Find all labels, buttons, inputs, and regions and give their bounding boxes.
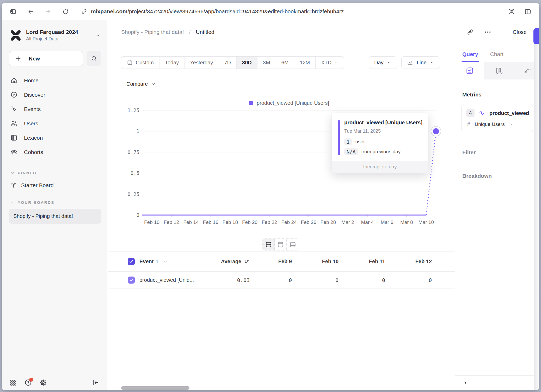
x-axis-tick-label: Feb 16 bbox=[203, 219, 218, 225]
url-path: /project/3472420/view/3974696/app/boards… bbox=[127, 8, 344, 14]
extensions-icon[interactable] bbox=[508, 8, 515, 15]
workspace-name: Lord Farquaad 2024 bbox=[26, 29, 91, 35]
workspace-subtitle: All Project Data bbox=[26, 36, 91, 42]
workspace-switcher[interactable]: Lord Farquaad 2024 All Project Data bbox=[10, 29, 100, 42]
range-30d-selected[interactable]: 30D bbox=[237, 57, 257, 69]
event-column-dropdown[interactable]: Event1 bbox=[139, 259, 159, 265]
average-sort-header[interactable]: Average bbox=[221, 259, 250, 265]
search-button[interactable] bbox=[87, 51, 101, 66]
tab-query[interactable]: Query bbox=[462, 51, 478, 62]
layout-top-icon[interactable] bbox=[275, 239, 287, 250]
x-axis-tick-label: Feb 14 bbox=[183, 219, 199, 225]
row-checkbox[interactable] bbox=[128, 277, 135, 284]
x-axis-tick-label: Mar 2 bbox=[341, 219, 354, 225]
row-average-value: 0.03 bbox=[237, 277, 250, 283]
help-button[interactable]: ? bbox=[24, 379, 32, 387]
range-yesterday[interactable]: Yesterday bbox=[185, 57, 219, 69]
metrics-section-label: Metrics bbox=[462, 91, 539, 98]
metric-letter-chip: A bbox=[466, 109, 475, 117]
range-3m[interactable]: 3M bbox=[257, 57, 276, 69]
events-icon bbox=[10, 105, 18, 113]
sidebar-item-label: Events bbox=[24, 106, 41, 112]
range-xtd[interactable]: XTD bbox=[316, 57, 344, 69]
browser-window: mixpanel.com/project/3472420/view/397469… bbox=[2, 3, 539, 390]
funnels-tab-icon[interactable] bbox=[484, 62, 513, 79]
table-header-row: Event1 Average Feb 9 Feb 10 Feb 11 Feb 1… bbox=[108, 252, 455, 271]
address-bar[interactable]: mixpanel.com/project/3472420/view/397469… bbox=[81, 8, 497, 15]
data-point-dot[interactable] bbox=[433, 128, 439, 134]
metric-card[interactable]: A product_viewed # Unique Users bbox=[461, 104, 533, 132]
chevron-down-icon bbox=[430, 60, 434, 65]
browser-toolbar: mixpanel.com/project/3472420/view/397469… bbox=[2, 3, 539, 20]
layout-bottom-icon[interactable] bbox=[287, 239, 299, 250]
url-host: mixpanel.com bbox=[91, 8, 127, 14]
chevron-down-icon bbox=[95, 33, 100, 38]
sidebar-bottom-bar: ? bbox=[2, 375, 107, 390]
new-button[interactable]: New bbox=[9, 51, 83, 66]
horizontal-scrollbar-thumb[interactable] bbox=[121, 386, 189, 390]
sidebar-item-starter-board[interactable]: Starter Board bbox=[10, 182, 99, 189]
primary-action-button[interactable] bbox=[533, 28, 539, 44]
range-6m[interactable]: 6M bbox=[276, 57, 294, 69]
range-today[interactable]: Today bbox=[159, 57, 185, 69]
sidebar-toggle-icon[interactable] bbox=[10, 8, 17, 15]
tab-chart[interactable]: Chart bbox=[490, 51, 503, 62]
row-series-name[interactable]: product_viewed [Uniq... bbox=[139, 277, 194, 283]
range-12m[interactable]: 12M bbox=[294, 57, 316, 69]
forward-icon[interactable] bbox=[45, 8, 52, 15]
retention-tab-icon[interactable] bbox=[513, 62, 534, 79]
notification-dot bbox=[29, 378, 33, 382]
sidebar-item-discover[interactable]: Discover bbox=[2, 88, 107, 102]
tooltip-footer: Incomplete day bbox=[332, 161, 428, 173]
svg-text:?: ? bbox=[27, 380, 29, 385]
sidebar-item-users[interactable]: Users bbox=[2, 116, 107, 131]
breadcrumb-report-title[interactable]: Untitled bbox=[196, 29, 214, 35]
vertical-scrollbar-gutter[interactable] bbox=[534, 44, 539, 390]
header-divider-line bbox=[108, 44, 455, 44]
x-axis-tick-label: Mar 8 bbox=[400, 219, 413, 225]
settings-gear-icon[interactable] bbox=[39, 379, 47, 387]
sidebar-item-label: Lexicon bbox=[24, 135, 43, 141]
pinned-section-header[interactable]: PINNED bbox=[10, 171, 99, 175]
sidebar-item-home[interactable]: Home bbox=[2, 73, 107, 88]
granularity-dropdown[interactable]: Day bbox=[369, 56, 397, 69]
your-boards-section-header[interactable]: YOUR BOARDS bbox=[10, 200, 99, 205]
hash-symbol: # bbox=[467, 121, 470, 127]
select-all-checkbox[interactable] bbox=[128, 258, 135, 265]
collapse-sidebar-icon[interactable] bbox=[92, 379, 99, 386]
desktop: mixpanel.com/project/3472420/view/397469… bbox=[0, 0, 541, 392]
reload-icon[interactable] bbox=[62, 8, 69, 15]
column-header: Feb 12 bbox=[393, 259, 440, 265]
split-view-icon[interactable] bbox=[524, 8, 531, 15]
breadcrumb-board[interactable]: Shopify - Piping that data! bbox=[121, 29, 184, 35]
metric-aggregation-dropdown[interactable]: # Unique Users bbox=[466, 121, 528, 127]
expand-panel-icon[interactable] bbox=[462, 379, 469, 386]
x-axis-tick-label: Feb 10 bbox=[144, 219, 159, 225]
tooltip-value-unit: user bbox=[355, 139, 365, 145]
layout-split-icon[interactable] bbox=[263, 239, 275, 250]
apps-grid-icon[interactable] bbox=[10, 379, 17, 386]
sidebar-item-label: Discover bbox=[24, 92, 45, 98]
range-custom[interactable]: Custom bbox=[121, 57, 159, 69]
sidebar-item-cohorts[interactable]: Cohorts bbox=[2, 145, 107, 159]
back-icon[interactable] bbox=[27, 8, 34, 15]
chart-type-dropdown[interactable]: Line bbox=[401, 56, 440, 69]
chart-legend-item[interactable]: product_viewed [Unique Users] bbox=[142, 100, 436, 106]
chevron-down-icon bbox=[509, 122, 514, 126]
insights-tab-icon[interactable] bbox=[455, 62, 484, 79]
compare-button[interactable]: Compare bbox=[121, 78, 161, 90]
sidebar-item-lexicon[interactable]: Lexicon bbox=[2, 131, 107, 145]
sort-icon bbox=[244, 259, 250, 265]
home-icon bbox=[10, 77, 18, 84]
cohorts-icon bbox=[10, 148, 18, 156]
copy-link-icon[interactable] bbox=[466, 28, 474, 36]
sidebar-item-events[interactable]: Events bbox=[2, 102, 107, 116]
close-button[interactable]: Close bbox=[513, 29, 527, 35]
x-axis-tick-label: Mar 10 bbox=[419, 219, 434, 225]
range-7d[interactable]: 7D bbox=[219, 57, 237, 69]
date-range-selector: Custom Today Yesterday 7D 30D 3M 6M 12M … bbox=[121, 56, 344, 69]
sidebar-item-active-board[interactable]: Shopify - Piping that data! bbox=[9, 209, 101, 224]
y-axis: 00.250.50.7511.25 bbox=[112, 107, 139, 218]
more-options-icon[interactable] bbox=[484, 28, 491, 36]
sidebar-item-label: Users bbox=[24, 120, 38, 127]
